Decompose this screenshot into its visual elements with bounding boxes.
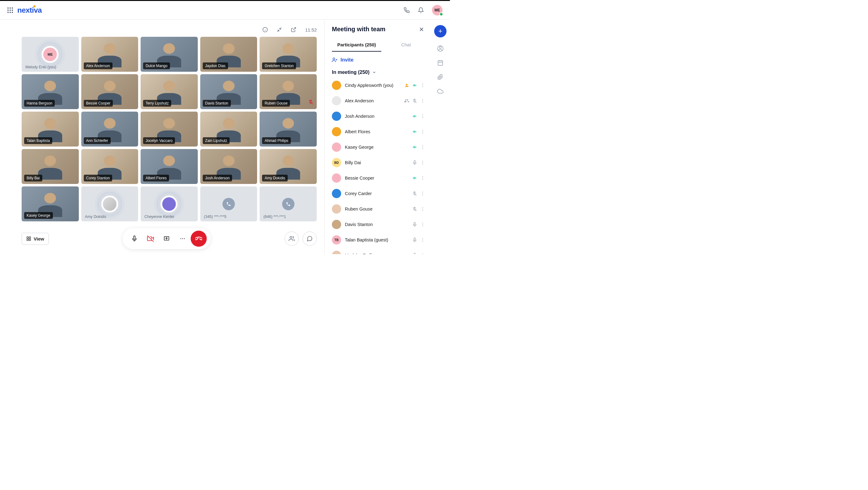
participant-more-icon[interactable] (420, 222, 425, 227)
new-action-button[interactable]: + (434, 25, 446, 37)
participant-more-icon[interactable] (420, 98, 425, 103)
profile-icon[interactable] (437, 45, 443, 52)
chevron-down-icon (372, 70, 376, 74)
video-tile[interactable]: Ann Schleifer (81, 112, 138, 147)
participant-more-icon[interactable] (420, 160, 425, 165)
close-icon[interactable] (418, 26, 425, 32)
video-tile[interactable]: (646) ***-***1 (259, 186, 317, 221)
svg-point-53 (423, 147, 423, 148)
attachment-icon[interactable] (437, 74, 443, 80)
video-tile[interactable]: Corey Stanton (81, 149, 138, 184)
mic-icon (412, 238, 417, 242)
participant-more-icon[interactable] (420, 253, 425, 254)
popout-icon[interactable] (291, 27, 296, 32)
user-avatar[interactable]: ME (432, 5, 442, 16)
participant-more-icon[interactable] (420, 191, 425, 196)
tab-participants[interactable]: Participants (250) (332, 38, 381, 52)
video-tile[interactable]: Davis Stanton (200, 74, 257, 109)
svg-rect-60 (414, 177, 415, 179)
mute-button[interactable] (126, 231, 143, 247)
more-options-button[interactable] (175, 231, 191, 247)
video-tile[interactable]: Ahmad Philips (259, 112, 317, 147)
participant-avatar (332, 96, 341, 105)
participant-row[interactable]: Madelyn Torff (332, 248, 425, 254)
video-tile[interactable]: Jaydon Dias (200, 37, 257, 72)
audio-active-icon (412, 145, 417, 150)
participant-more-icon[interactable] (420, 238, 425, 242)
phone-icon[interactable] (404, 7, 410, 13)
video-tile[interactable]: Hanna Bergson (22, 74, 79, 109)
video-tile[interactable]: Billy Bai (22, 149, 79, 184)
svg-point-75 (423, 226, 423, 226)
audio-active-icon (412, 129, 417, 134)
svg-rect-35 (414, 115, 415, 118)
tile-name-tag: Jaydon Dias (203, 62, 228, 69)
participant-more-icon[interactable] (420, 145, 425, 150)
video-tile[interactable]: Dulce Mango (141, 37, 198, 72)
calendar-icon[interactable] (437, 60, 443, 66)
video-tile[interactable]: Terry Lipshutz (141, 74, 198, 109)
video-tile[interactable]: MEMelody Enki (you) (22, 37, 79, 72)
participant-row[interactable]: Corey Carder (332, 186, 425, 201)
svg-rect-9 (27, 239, 28, 241)
camera-button[interactable] (143, 231, 158, 247)
chat-button[interactable] (303, 232, 317, 246)
share-screen-button[interactable] (158, 231, 175, 247)
bell-icon[interactable] (418, 7, 424, 13)
participant-name: Corey Carder (345, 191, 408, 196)
svg-point-28 (423, 84, 423, 84)
participant-row[interactable]: Ruben Gouse (332, 201, 425, 217)
video-tile[interactable]: (345) ***-***5 (200, 186, 257, 221)
video-tile[interactable]: Bessie Cooper (81, 74, 138, 109)
video-tile[interactable]: Ruben Gouse (259, 74, 317, 109)
cloud-icon[interactable] (437, 88, 443, 94)
apps-launcher-icon[interactable] (7, 7, 13, 13)
video-tile[interactable]: Alex Anderson (81, 37, 138, 72)
video-tile[interactable]: Talan Baptista (22, 112, 79, 147)
participant-row[interactable]: Bessie Cooper (332, 170, 425, 186)
participant-row[interactable]: Alex Anderson (332, 93, 425, 109)
invite-button[interactable]: Invite (332, 52, 431, 66)
video-tile[interactable]: Gretchen Stanton (259, 37, 317, 72)
tile-name-tag: Albert Flores (143, 175, 169, 181)
svg-point-67 (423, 193, 423, 194)
view-button[interactable]: View (22, 233, 49, 245)
participant-row[interactable]: TBTalan Baptista (guest) (332, 232, 425, 248)
participant-avatar (332, 127, 341, 136)
participants-button[interactable] (285, 232, 299, 246)
tab-chat[interactable]: Chat (381, 38, 431, 52)
hangup-button[interactable] (191, 231, 207, 247)
info-icon[interactable] (262, 27, 268, 32)
tile-name-tag: Josh Anderson (203, 175, 232, 181)
tile-name-tag: Bessie Cooper (84, 100, 113, 106)
participants-panel: Meeting with team Participants (250) Cha… (324, 20, 431, 254)
participant-row[interactable]: Kasey George (332, 140, 425, 155)
video-tile[interactable]: Zain Lipshutz (200, 112, 257, 147)
participant-name: Ruben Gouse (345, 207, 408, 211)
video-tile[interactable]: Amy Dokidis (259, 149, 317, 184)
participant-more-icon[interactable] (420, 114, 425, 119)
participant-name: Talan Baptista (guest) (345, 238, 408, 242)
section-in-meeting[interactable]: In meeting (250) (332, 66, 431, 78)
svg-point-65 (423, 179, 423, 180)
participant-row[interactable]: BDBilly Dai (332, 155, 425, 170)
participant-row[interactable]: Josh Anderson (332, 109, 425, 124)
participant-more-icon[interactable] (420, 83, 425, 88)
participant-row[interactable]: Albert Flores (332, 124, 425, 140)
video-tile[interactable]: Jocelyn Vaccaro (141, 112, 198, 147)
video-tile[interactable]: Cheyenne Kenter (141, 186, 198, 221)
participant-row[interactable]: Davis Stanton (332, 217, 425, 232)
svg-point-68 (423, 195, 423, 195)
tile-name-tag: Alex Anderson (84, 62, 113, 69)
mic-muted-icon (412, 191, 417, 196)
video-tile[interactable]: Kasey George (22, 186, 79, 221)
participant-more-icon[interactable] (420, 207, 425, 211)
minimize-icon[interactable] (277, 27, 282, 32)
participant-more-icon[interactable] (420, 129, 425, 134)
participant-more-icon[interactable] (420, 176, 425, 181)
participant-row[interactable]: Cindy Applesworth (you) (332, 78, 425, 93)
video-tile[interactable]: Amy Dokidis (81, 186, 138, 221)
video-tile[interactable]: Josh Anderson (200, 149, 257, 184)
tile-name: (646) ***-***1 (263, 215, 286, 219)
video-tile[interactable]: Albert Flores (141, 149, 198, 184)
